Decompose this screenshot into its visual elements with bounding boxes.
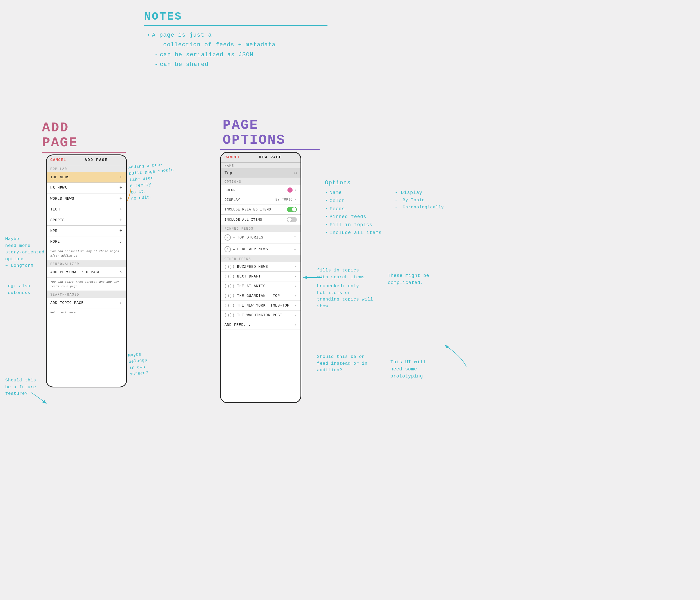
more-label: More xyxy=(50,239,117,244)
nyt-row[interactable]: )))) The New York Times-Top › xyxy=(221,301,300,311)
guardian-row[interactable]: )))) The Guardian — Top › xyxy=(221,291,300,301)
include-all-knob xyxy=(288,217,292,222)
add-feed-label: Add feed... xyxy=(225,323,294,327)
add-topic-label: Add Topic Page xyxy=(50,301,117,305)
buzzfeed-row[interactable]: )))) BuzzFeed News › xyxy=(221,262,300,272)
npr-add-icon: + xyxy=(120,228,123,234)
lede-feed-row[interactable]: ⊙ ✦ Lede App News ≡ xyxy=(221,243,300,255)
tech-label: Tech xyxy=(50,207,117,211)
us-news-label: US News xyxy=(50,186,117,190)
world-news-label: World News xyxy=(50,197,117,201)
nyt-rss-icon: )))) xyxy=(225,304,235,308)
opt-color: Color xyxy=(325,197,382,205)
next-draft-label: Next Draft xyxy=(237,275,294,279)
popular-label: Popular xyxy=(47,165,126,172)
options-list: Name Color Feeds Pinned feeds Fill in to… xyxy=(325,189,382,237)
opt-feeds: Feeds xyxy=(325,205,382,213)
include-all-toggle[interactable] xyxy=(287,217,297,222)
next-draft-row[interactable]: )))) Next Draft › xyxy=(221,272,300,281)
notes-bullet-1: A page is just a collection of feeds + m… xyxy=(147,30,327,50)
middle-annotation: Adding a pre-built page shouldtake user … xyxy=(128,160,178,202)
opt-chrono: Chronologically xyxy=(395,204,444,211)
nyt-chevron: › xyxy=(294,304,297,308)
npr-row[interactable]: NPR + xyxy=(47,226,126,236)
add-personalized-icon: › xyxy=(120,270,123,275)
name-field-label: Name xyxy=(221,162,300,168)
add-page-underline xyxy=(42,152,126,153)
lede-handle[interactable]: ≡ xyxy=(294,247,297,252)
buzzfeed-chevron: › xyxy=(294,265,297,269)
add-topic-row[interactable]: Add Topic Page › xyxy=(47,298,126,308)
options-section-label: Options xyxy=(221,178,300,185)
top-news-row[interactable]: Top News + xyxy=(47,172,126,183)
color-row[interactable]: Color › xyxy=(221,185,300,195)
display-value: By Topic xyxy=(275,198,293,202)
pinned-feeds-label: Pinned Feeds xyxy=(221,225,300,232)
sports-label: Sports xyxy=(50,218,117,222)
notes-sub-list: can be serialized as JSON can be shared xyxy=(155,50,327,70)
left-cuteness-annotation: eg: alsocuteness xyxy=(8,283,45,296)
sports-row[interactable]: Sports + xyxy=(47,215,126,226)
guardian-chevron: › xyxy=(294,294,297,298)
options-block-title: Options xyxy=(325,178,444,188)
opt-pinned: Pinned feeds xyxy=(325,213,382,221)
add-feed-row[interactable]: Add feed... › xyxy=(221,320,300,330)
opt-include: Include all items xyxy=(325,229,382,237)
name-input-row[interactable]: Top ⊗ xyxy=(221,168,300,178)
page-options-underline xyxy=(220,149,320,150)
top-stories-label: Top Stories xyxy=(237,235,294,239)
add-page-info-1: You can personalize any of these pages a… xyxy=(47,247,126,260)
notes-underline xyxy=(144,25,327,26)
display-row[interactable]: Display By Topic › xyxy=(221,195,300,205)
wapo-label: The Washington Post xyxy=(237,313,294,317)
add-topic-icon: › xyxy=(120,300,123,306)
top-stories-feed-row[interactable]: ⊙ ✦ Top Stories ≡ xyxy=(221,232,300,243)
name-input-value: Top xyxy=(225,171,294,175)
include-all-row[interactable]: Include All Items xyxy=(221,215,300,225)
tech-row[interactable]: Tech + xyxy=(47,204,126,215)
other-feeds-label: Other Feeds xyxy=(221,255,300,262)
add-page-header: Cancel Add Page xyxy=(47,155,126,165)
notes-sub-1: can be serialized as JSON xyxy=(155,50,327,60)
options-block: Options Name Color Feeds Pinned feeds Fi… xyxy=(325,178,444,237)
wapo-rss-icon: )))) xyxy=(225,313,235,317)
next-draft-rss-icon: )))) xyxy=(225,275,235,279)
include-related-toggle[interactable] xyxy=(287,207,297,212)
lede-star: ✦ xyxy=(233,247,235,252)
buzzfeed-rss-icon: )))) xyxy=(225,265,235,269)
include-related-label: Include Related Items xyxy=(225,208,287,211)
add-page-info-2: You can start from scratch and add any f… xyxy=(47,278,126,291)
wapo-chevron: › xyxy=(294,313,297,317)
page-options-phone: Cancel New Page Name Top ⊗ Options Color… xyxy=(220,152,301,403)
clear-icon[interactable]: ⊗ xyxy=(294,171,297,176)
add-personalized-row[interactable]: Add Personalized Page › xyxy=(47,267,126,278)
prototyping-annotation: This UI willneed some prototyping xyxy=(390,359,451,380)
add-personalized-label: Add Personalized Page xyxy=(50,270,117,275)
top-news-add-icon: + xyxy=(120,175,123,180)
top-stories-handle[interactable]: ≡ xyxy=(294,235,297,240)
color-chevron: › xyxy=(294,188,297,192)
fills-topics-annotation: fills in topicswith search items xyxy=(317,267,369,280)
us-news-row[interactable]: US News + xyxy=(47,183,126,193)
lede-icon: ⊙ xyxy=(225,246,231,252)
add-page-title: AddPage xyxy=(42,121,78,150)
sports-add-icon: + xyxy=(120,217,123,223)
opt-fill: Fill in topics xyxy=(325,221,382,229)
add-page-cancel[interactable]: Cancel xyxy=(50,158,66,162)
npr-label: NPR xyxy=(50,229,117,233)
notes-section: Notes A page is just a collection of fee… xyxy=(144,10,327,70)
buzzfeed-label: BuzzFeed News xyxy=(237,265,294,269)
notes-list: A page is just a collection of feeds + m… xyxy=(147,30,327,70)
color-dot[interactable] xyxy=(288,187,293,193)
left-story-annotation: Maybeneed morestory-orientedoptions– Lon… xyxy=(5,236,47,269)
world-news-row[interactable]: World News + xyxy=(47,193,126,204)
include-related-row[interactable]: Include Related Items xyxy=(221,205,300,215)
include-all-label: Include All Items xyxy=(225,218,287,222)
opt-by-topic: By Topic xyxy=(395,197,444,204)
more-row[interactable]: More › xyxy=(47,236,126,247)
atlantic-row[interactable]: )))) The Atlantic › xyxy=(221,281,300,291)
add-page-help: Help text here. xyxy=(47,308,126,317)
page-options-cancel[interactable]: Cancel xyxy=(225,155,240,160)
world-news-add-icon: + xyxy=(120,196,123,201)
wapo-row[interactable]: )))) The Washington Post › xyxy=(221,311,300,320)
